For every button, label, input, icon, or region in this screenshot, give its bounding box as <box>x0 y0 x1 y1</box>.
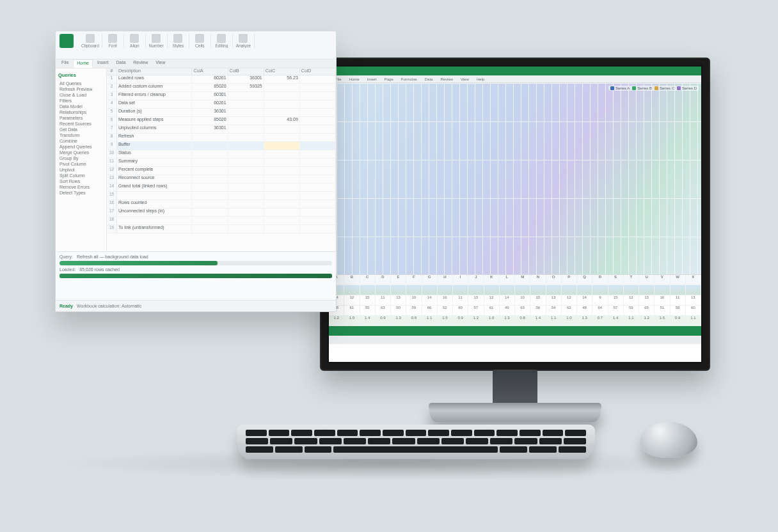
grid-cell[interactable]: 13 <box>686 295 701 305</box>
grid-cell[interactable]: 61 <box>344 306 360 315</box>
tab-review[interactable]: Review <box>130 59 151 68</box>
cell[interactable] <box>264 92 300 100</box>
grid-cell[interactable]: I <box>453 275 468 285</box>
grid-cell[interactable]: 0.8 <box>406 316 422 325</box>
grid-cell[interactable]: 48 <box>577 306 592 315</box>
cell[interactable] <box>192 159 228 166</box>
row-number[interactable]: 13 <box>107 175 117 183</box>
grid-cell[interactable]: 11 <box>671 295 686 305</box>
row-number[interactable]: 8 <box>107 134 117 141</box>
grid-cell[interactable]: 15 <box>530 295 546 305</box>
sheet-column-headers[interactable]: #DescriptionColAColBColCColD <box>107 68 336 75</box>
table-row[interactable]: 5Duration (s)36301 <box>107 109 336 117</box>
tab-view[interactable]: View <box>152 59 168 68</box>
cell[interactable] <box>300 92 336 100</box>
cell[interactable] <box>192 134 228 141</box>
cell[interactable] <box>300 225 336 233</box>
grid-cell[interactable]: F <box>406 275 422 285</box>
grid-cell[interactable]: 65 <box>639 306 655 315</box>
sidebar-item[interactable]: Remove Errors <box>58 184 104 190</box>
cell[interactable] <box>300 75 336 83</box>
grid-cell[interactable]: C <box>360 275 376 285</box>
cell[interactable]: Reconnect source <box>117 175 192 183</box>
cell[interactable] <box>300 217 336 224</box>
grid-cell[interactable]: 10 <box>515 295 530 305</box>
sidebar-item[interactable]: Group By <box>58 155 104 161</box>
grid-cell[interactable]: 56 <box>530 306 546 315</box>
table-row[interactable]: 16Rows counted <box>107 200 336 208</box>
cell[interactable] <box>300 150 336 158</box>
sidebar-item[interactable]: Sort Rows <box>58 178 104 184</box>
grid-cell[interactable]: P <box>562 275 577 285</box>
cell[interactable] <box>192 184 228 191</box>
cell[interactable] <box>192 142 228 150</box>
table-row[interactable]: 14Grand total (linked rows) <box>107 184 336 192</box>
grid-cell[interactable]: 1.2 <box>468 316 484 325</box>
cell[interactable] <box>300 192 336 199</box>
cell[interactable] <box>300 184 336 191</box>
cell[interactable] <box>228 134 264 141</box>
sidebar-item[interactable]: Combine <box>58 138 104 144</box>
grid-cell[interactable]: 1.1 <box>624 316 639 325</box>
monitor-tab-data[interactable]: Data <box>422 77 436 81</box>
cell[interactable] <box>192 192 228 199</box>
ribbon-group-number[interactable]: Number <box>146 34 168 48</box>
grid-row[interactable]: 1.21.01.40.91.30.81.11.50.91.21.01.30.81… <box>329 316 701 326</box>
sidebar-item[interactable]: Refresh Preview <box>58 86 104 92</box>
grid-cell[interactable]: X <box>686 275 701 285</box>
sidebar-item[interactable]: All Queries <box>58 81 104 86</box>
table-row[interactable]: 18 <box>107 217 336 225</box>
table-row[interactable]: 4Data set60261 <box>107 100 336 109</box>
cell[interactable]: Filtered errors / cleanup <box>117 92 192 100</box>
cell[interactable] <box>264 142 300 150</box>
cell[interactable]: 36301 <box>192 109 228 116</box>
grid-cell[interactable]: 63 <box>515 306 530 315</box>
cell[interactable] <box>300 117 336 125</box>
cell[interactable] <box>264 84 300 91</box>
table-row[interactable]: 19To link (untransformed) <box>107 225 336 233</box>
row-number[interactable]: 11 <box>107 159 117 166</box>
ribbon-tabs[interactable]: FileHomeInsertDataReviewView <box>56 59 336 68</box>
cell[interactable] <box>264 134 300 141</box>
cell[interactable]: Unconnected steps (in) <box>117 208 192 216</box>
cell[interactable] <box>264 125 300 133</box>
row-number[interactable]: 10 <box>107 150 117 158</box>
cell[interactable] <box>264 208 300 216</box>
cell[interactable] <box>264 159 300 166</box>
cell[interactable] <box>228 208 264 216</box>
cell[interactable] <box>228 159 264 166</box>
cell[interactable] <box>300 208 336 216</box>
cell[interactable] <box>264 167 300 175</box>
cell[interactable] <box>192 208 228 216</box>
grid-cell[interactable]: 16 <box>655 295 670 305</box>
sidebar-item[interactable]: Pivot Column <box>58 161 104 167</box>
grid-cell[interactable]: 52 <box>438 306 453 315</box>
table-row[interactable]: 7Unpivoted columns36301 <box>107 125 336 134</box>
grid-cell[interactable]: 11 <box>453 295 468 305</box>
grid-cell[interactable]: Q <box>577 275 592 285</box>
cell[interactable]: Percent complete <box>117 167 192 175</box>
grid-cell[interactable]: H <box>438 275 453 285</box>
cell[interactable]: 59325 <box>228 84 264 91</box>
table-row[interactable]: 11Summary <box>107 159 336 167</box>
grid-cell[interactable]: W <box>671 275 686 285</box>
cell[interactable] <box>228 109 264 116</box>
cell[interactable]: Added custom column <box>117 84 192 91</box>
cell[interactable]: Measure applied steps <box>117 117 192 125</box>
row-number[interactable]: 5 <box>107 109 117 116</box>
cell[interactable] <box>192 167 228 175</box>
grid-cell[interactable]: U <box>639 275 655 285</box>
cell[interactable] <box>300 175 336 183</box>
row-number[interactable]: 17 <box>107 208 117 216</box>
sidebar-item[interactable]: Split Column <box>58 173 104 178</box>
grid-cell[interactable]: 1.3 <box>577 316 592 325</box>
monitor-tab-insert[interactable]: Insert <box>365 77 379 81</box>
table-row[interactable]: 6Measure applied steps8502043.09 <box>107 117 336 125</box>
cell[interactable] <box>300 109 336 116</box>
ribbon-group-align[interactable]: Align <box>124 34 146 48</box>
sheet-rows[interactable]: 1Loaded rows602613630156.232Added custom… <box>107 75 336 251</box>
ribbon-group-styles[interactable]: Styles <box>168 34 189 48</box>
monitor-tab-page[interactable]: Page <box>382 77 396 81</box>
row-number[interactable]: 18 <box>107 217 117 224</box>
grid-cell[interactable]: K <box>484 275 500 285</box>
